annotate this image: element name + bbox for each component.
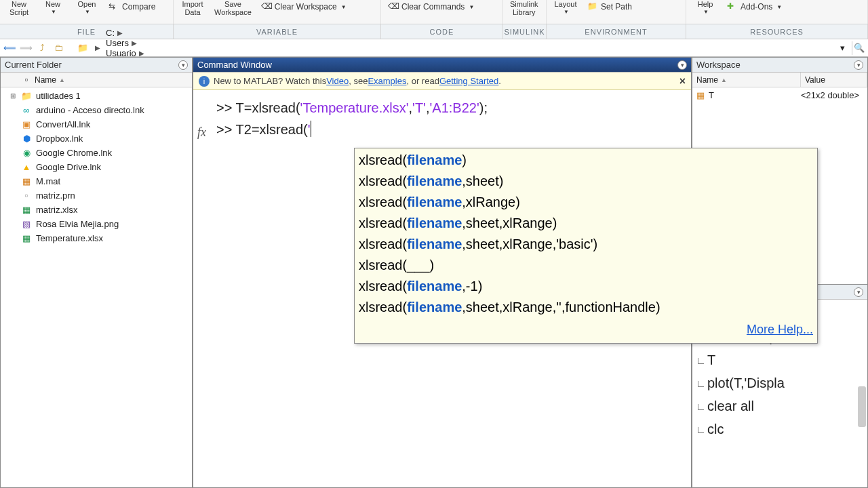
cmd-text: ); [479,100,488,115]
file-row[interactable]: ▦Temperature.xlsx [1,231,192,245]
command-window-title[interactable]: Command Window ▾ [193,58,691,73]
file-icon: ⬢ [21,134,32,144]
workspace-header[interactable]: Name▲ Value [692,73,867,87]
panel-actions-icon[interactable]: ▾ [854,60,863,70]
file-row[interactable]: ▧Rosa Elvia Mejia.png [1,217,192,231]
cmd-string: 'A1:B22' [430,100,479,115]
folder-icon: 📁 [76,41,90,55]
file-row[interactable]: ▦M.mat [1,174,192,188]
banner-link-examples[interactable]: Examples [368,76,406,86]
addons-icon: ✚ [727,1,738,12]
current-folder-panel: Current Folder ▾ ▫ Name ▲ ⊞📁utilidades 1… [0,57,193,488]
banner-link-getting-started[interactable]: Getting Started [439,76,498,86]
toolgroup-environment: Layout▼ 📁 Set Path [547,0,686,24]
toolgroup-file: NewScript New▼ Open▼ ⇆ Compare [0,0,174,24]
save-workspace-button[interactable]: SaveWorkspace [212,0,254,16]
back-button[interactable]: ⟸ [3,41,16,55]
cmd-string: 'T' [412,100,426,115]
hint-row[interactable]: xlsread(filename,xlRange) [359,192,813,213]
panel-actions-icon[interactable]: ▾ [677,60,687,70]
current-folder-list: ⊞📁utilidades 1∞arduino - Acceso directo.… [1,87,192,487]
chevron-down-icon: ▼ [83,8,90,16]
file-row[interactable]: ▫matriz.prn [1,188,192,203]
address-dropdown[interactable]: ▾ [835,41,849,55]
cmd-text: >> T=xlsread( [216,100,300,115]
forward-button[interactable]: ⟹ [19,41,33,55]
file-name: Temperature.xlsx [36,233,103,243]
open-button[interactable]: Open▼ [72,0,102,16]
compare-button[interactable]: ⇆ Compare [106,0,158,14]
hint-row[interactable]: xlsread(filename,-1) [359,276,813,297]
new-script-button[interactable]: NewScript [4,0,34,16]
close-banner-button[interactable]: × [679,75,686,87]
addons-button[interactable]: ✚ Add-Ons ▼ [724,0,785,14]
file-row[interactable]: ∞arduino - Acceso directo.lnk [1,103,192,117]
set-path-button[interactable]: 📁 Set Path [585,0,635,14]
hint-row[interactable]: xlsread(filename,sheet,xlRange) [359,213,813,234]
file-name: Rosa Elvia Mejia.png [36,219,119,229]
chevron-down-icon: ▼ [562,8,569,16]
file-row[interactable]: ⊞📁utilidades 1 [1,89,192,103]
file-icon: ▣ [21,119,32,130]
folder-icon: 📁 [587,1,598,12]
history-line[interactable]: T [707,348,867,371]
browse-folder-button[interactable]: 🗀 [52,41,65,55]
banner-text: , see [349,76,368,86]
section-simulink: SIMULINK [503,24,547,39]
banner-link-video[interactable]: Video [326,76,349,86]
file-row[interactable]: ▦matriz.xlsx [1,203,192,217]
toolgroup-resources: Help▼ ✚ Add-Ons ▼ [686,0,868,24]
import-data-button[interactable]: ImportData [178,0,208,16]
history-line[interactable]: clc [707,418,867,441]
panel-actions-icon[interactable]: ▾ [178,60,188,70]
clear-workspace-button[interactable]: ⌫ Clear Workspace ▼ [258,0,349,14]
chevron-down-icon: ▼ [50,8,56,16]
chevron-down-icon: ▼ [775,4,782,10]
section-environment: ENVIRONMENT [547,24,686,39]
section-code: CODE [381,24,503,39]
current-folder-title[interactable]: Current Folder ▾ [1,58,192,73]
crumb[interactable]: Users▶ [106,38,149,48]
file-name: Google Drive.lnk [36,162,101,172]
workspace-title[interactable]: Workspace ▾ [692,58,867,73]
help-button[interactable]: Help▼ [690,0,720,16]
scrollbar[interactable] [858,386,866,427]
banner-text: New to MATLAB? Watch this [214,76,326,86]
more-help-link[interactable]: More Help... [359,318,813,340]
hint-row[interactable]: xlsread(filename,sheet,xlRange,'',functi… [359,297,813,318]
current-folder-header[interactable]: ▫ Name ▲ [1,73,192,87]
layout-button[interactable]: Layout▼ [551,0,580,16]
workspace-row[interactable]: ▦T<21x2 double> [692,87,867,102]
function-hint-tooltip[interactable]: xlsread(filename)xlsread(filename,sheet)… [354,148,818,344]
crumb[interactable]: C:▶ [106,28,149,38]
file-row[interactable]: ▣ConvertAll.lnk [1,117,192,131]
clear-commands-icon: ⌫ [388,1,399,12]
simulink-library-button[interactable]: SimulinkLibrary [507,0,541,16]
file-name: utilidades 1 [36,91,81,101]
clear-commands-button[interactable]: ⌫ Clear Commands ▼ [385,0,477,14]
section-resources: RESOURCES [686,24,868,39]
hint-row[interactable]: xlsread(___) [359,255,813,276]
compare-icon: ⇆ [108,1,119,12]
new-button[interactable]: New▼ [38,0,68,16]
address-bar: ⟸ ⟹ ⤴ 🗀 📁 ▶ C:▶Users▶Usuario▶Desktop▶ ▾ … [0,39,868,57]
hint-row[interactable]: xlsread(filename,sheet) [359,171,813,192]
matlab-welcome-banner: i New to MATLAB? Watch this Video , see … [193,73,691,90]
file-row[interactable]: ◉Google Chrome.lnk [1,146,192,160]
cmd-string: 'Temperature.xlsx' [300,100,409,115]
fx-icon[interactable]: fx [197,121,206,143]
file-name: arduino - Acceso directo.lnk [36,105,144,115]
file-row[interactable]: ⬢Dropbox.lnk [1,131,192,146]
history-line[interactable]: plot(T,'Displa [707,371,867,394]
file-row[interactable]: ▲Google Drive.lnk [1,160,192,174]
history-line[interactable]: clear all [707,394,867,418]
panel-actions-icon[interactable]: ▾ [854,287,863,297]
search-icon[interactable]: 🔍 [852,41,865,55]
hint-row[interactable]: xlsread(filename) [359,150,813,171]
file-icon: ▦ [21,233,32,244]
banner-text: . [498,76,501,86]
file-icon: ▫ [21,75,32,85]
up-folder-button[interactable]: ⤴ [35,41,49,55]
hint-row[interactable]: xlsread(filename,sheet,xlRange,'basic') [359,234,813,255]
variable-name: T [709,90,714,100]
